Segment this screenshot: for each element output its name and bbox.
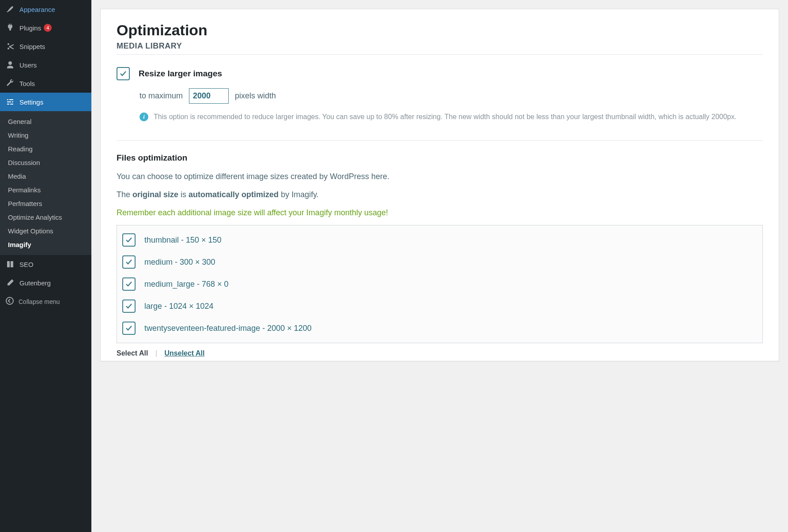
files-heading: Files optimization: [117, 153, 763, 163]
svg-point-0: [6, 297, 13, 304]
link-divider: |: [155, 349, 157, 357]
sidebar-item-label: Appearance: [19, 6, 55, 13]
files-auto-text: The original size is automatically optim…: [117, 189, 763, 201]
sidebar-item-label: Plugins: [19, 24, 41, 32]
sub-item-writing[interactable]: Writing: [0, 128, 91, 142]
sidebar-item-appearance[interactable]: Appearance: [0, 0, 91, 19]
size-checkbox[interactable]: [122, 322, 136, 335]
sidebar-item-snippets[interactable]: Snippets: [0, 37, 91, 56]
admin-sidebar: Appearance Plugins 4 Snippets Users Tool…: [0, 0, 91, 532]
collapse-label: Collapse menu: [19, 298, 60, 305]
sub-item-general[interactable]: General: [0, 115, 91, 128]
size-item-thumbnail: thumbnail - 150 × 150: [122, 233, 757, 247]
size-item-featured: twentyseventeen-featured-image - 2000 × …: [122, 322, 757, 335]
size-checkbox[interactable]: [122, 277, 136, 291]
sidebar-item-seo[interactable]: SEO: [0, 255, 91, 273]
size-item-medium: medium - 300 × 300: [122, 255, 757, 269]
collapse-icon: [5, 296, 14, 307]
sub-item-discussion[interactable]: Discussion: [0, 156, 91, 169]
files-warning-text: Remember each additional image size will…: [117, 207, 763, 219]
sidebar-item-settings[interactable]: Settings: [0, 93, 91, 111]
sidebar-item-label: SEO: [19, 261, 34, 268]
sub-item-imagify[interactable]: Imagify: [0, 238, 91, 251]
sub-item-reading[interactable]: Reading: [0, 142, 91, 156]
settings-submenu: General Writing Reading Discussion Media…: [0, 111, 91, 255]
check-icon: [124, 280, 133, 288]
size-label: twentyseventeen-featured-image - 2000 × …: [144, 324, 312, 333]
user-icon: [5, 60, 15, 70]
resize-info-row: i This option is recommended to reduce l…: [140, 112, 763, 122]
size-item-large: large - 1024 × 1024: [122, 300, 757, 313]
sidebar-item-users[interactable]: Users: [0, 56, 91, 74]
sidebar-item-label: Settings: [19, 98, 43, 106]
section-subtitle: MEDIA LIBRARY: [117, 41, 763, 54]
sidebar-item-label: Users: [19, 61, 37, 69]
pencil-icon: [5, 278, 15, 288]
size-checkbox[interactable]: [122, 233, 136, 247]
plugins-update-badge: 4: [44, 24, 52, 32]
size-label: large - 1024 × 1024: [144, 302, 214, 311]
divider: [117, 140, 763, 141]
check-icon: [124, 258, 133, 266]
sub-item-perfmatters[interactable]: Perfmatters: [0, 197, 91, 210]
files-intro-text: You can choose to optimize different ima…: [117, 171, 763, 183]
unselect-all-link[interactable]: Unselect All: [165, 349, 205, 357]
sub-item-widget-options[interactable]: Widget Options: [0, 224, 91, 238]
resize-width-input[interactable]: [189, 88, 229, 104]
select-all-link[interactable]: Select All: [117, 349, 148, 357]
wrench-icon: [5, 79, 15, 88]
resize-prefix: to maximum: [140, 91, 183, 101]
page-title: Optimization: [117, 22, 763, 39]
resize-option-row: Resize larger images: [117, 67, 763, 80]
select-links-row: Select All | Unselect All: [117, 349, 763, 357]
size-label: medium_large - 768 × 0: [144, 280, 229, 289]
image-sizes-list[interactable]: thumbnail - 150 × 150 medium - 300 × 300…: [117, 225, 763, 343]
check-icon: [124, 236, 133, 244]
size-item-medium-large: medium_large - 768 × 0: [122, 277, 757, 291]
check-icon: [119, 69, 128, 78]
brush-icon: [5, 4, 15, 14]
resize-suffix: pixels width: [235, 91, 276, 101]
size-checkbox[interactable]: [122, 300, 136, 313]
info-icon: i: [140, 112, 148, 121]
sub-item-permalinks[interactable]: Permalinks: [0, 183, 91, 197]
optimization-panel: Optimization MEDIA LIBRARY Resize larger…: [100, 9, 779, 361]
resize-info-text: This option is recommended to reduce lar…: [154, 112, 736, 122]
sidebar-item-tools[interactable]: Tools: [0, 74, 91, 93]
sliders-icon: [5, 97, 15, 107]
check-icon: [124, 324, 133, 333]
scissors-icon: [5, 41, 15, 51]
resize-config-line: to maximum pixels width: [140, 88, 763, 104]
size-label: thumbnail - 150 × 150: [144, 236, 222, 245]
sub-item-media[interactable]: Media: [0, 169, 91, 183]
check-icon: [124, 302, 133, 311]
size-label: medium - 300 × 300: [144, 258, 215, 267]
sidebar-item-label: Tools: [19, 80, 35, 87]
main-content: Optimization MEDIA LIBRARY Resize larger…: [91, 0, 788, 532]
sub-item-optimize-analytics[interactable]: Optimize Analytics: [0, 210, 91, 224]
collapse-menu-button[interactable]: Collapse menu: [0, 292, 91, 311]
plugin-icon: [5, 23, 15, 33]
sidebar-item-label: Gutenberg: [19, 279, 51, 287]
resize-heading: Resize larger images: [139, 69, 222, 79]
resize-checkbox[interactable]: [117, 67, 130, 80]
divider: [117, 54, 763, 55]
size-checkbox[interactable]: [122, 255, 136, 269]
seo-icon: [5, 259, 15, 269]
sidebar-item-plugins[interactable]: Plugins 4: [0, 19, 91, 37]
sidebar-item-label: Snippets: [19, 43, 45, 50]
sidebar-item-gutenberg[interactable]: Gutenberg: [0, 273, 91, 292]
